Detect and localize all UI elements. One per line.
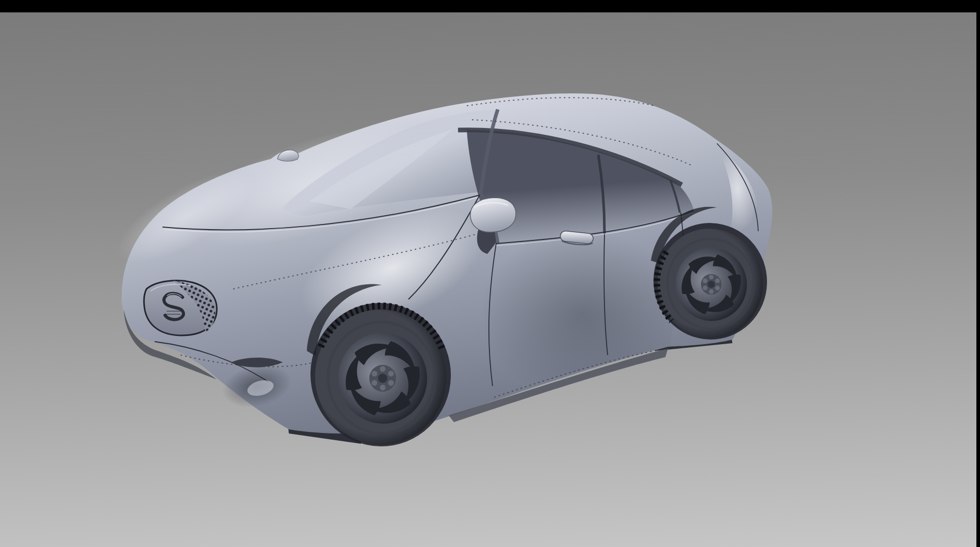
car-render [0,12,976,547]
cad-3d-viewport[interactable] [0,12,976,547]
front-grille [144,281,217,335]
top-black-bar [0,0,980,12]
right-black-bar [976,0,980,547]
